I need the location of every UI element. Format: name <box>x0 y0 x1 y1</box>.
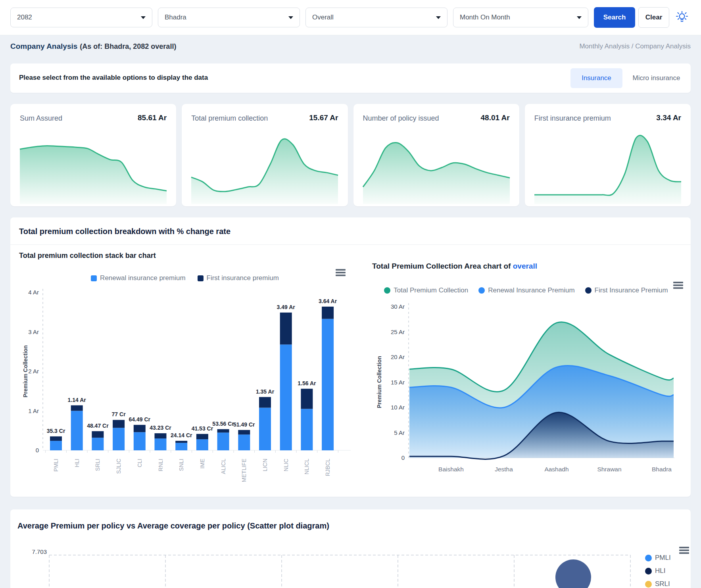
legend-label: HLI <box>655 567 665 575</box>
analysis-mode-dropdown[interactable]: Month On Month <box>453 8 588 27</box>
svg-text:1.56 Ar: 1.56 Ar <box>298 380 316 386</box>
sparkline-chart <box>18 129 168 204</box>
svg-text:30 Ar: 30 Ar <box>391 303 405 310</box>
legend-swatch <box>384 287 390 294</box>
svg-text:77 Cr: 77 Cr <box>112 411 126 417</box>
svg-text:20 Ar: 20 Ar <box>391 354 405 360</box>
svg-text:43.23 Cr: 43.23 Cr <box>150 425 171 431</box>
stacked-bar-chart: 4 Ar3 Ar2 Ar1 Ar035.3 CrPMLI1.14 ArHLI48… <box>10 281 359 497</box>
svg-text:1.35 Ar: 1.35 Ar <box>256 388 275 395</box>
svg-text:METLIFE: METLIFE <box>241 459 247 482</box>
kpi-value: 85.61 Ar <box>138 113 167 122</box>
svg-text:Jestha: Jestha <box>495 466 513 473</box>
sparkline-chart <box>533 129 683 204</box>
legend-item-srli[interactable]: SRLI <box>645 580 671 588</box>
legend-swatch <box>91 275 97 281</box>
svg-text:0: 0 <box>401 454 405 461</box>
clear-button[interactable]: Clear <box>638 7 669 28</box>
year-dropdown[interactable]: 2082 <box>10 8 152 27</box>
legend-item-first[interactable]: First Insurance Premium <box>585 286 668 294</box>
svg-text:15 Ar: 15 Ar <box>391 379 405 386</box>
legend-label: First Insurance Premium <box>595 286 668 294</box>
kpi-row: Sum Assured 85.61 Ar Total premium colle… <box>10 104 691 206</box>
bar-chart-menu-icon[interactable] <box>336 269 346 277</box>
legend-item-pmli[interactable]: PMLI <box>645 554 671 562</box>
search-button[interactable]: Search <box>594 7 635 28</box>
svg-text:Bhadra: Bhadra <box>652 466 672 473</box>
kpi-value: 48.01 Ar <box>481 113 510 122</box>
svg-text:Shrawan: Shrawan <box>597 466 621 473</box>
legend-swatch <box>198 275 204 281</box>
svg-text:NLIC: NLIC <box>283 459 289 471</box>
area-chart-legend: Total Premium Collection Renewal Insuran… <box>367 286 685 294</box>
area-chart-title-text: Total Premium Collection Area chart of <box>372 262 511 270</box>
legend-item-hli[interactable]: HLI <box>645 567 671 575</box>
kpi-label: Total premium collection <box>191 114 268 123</box>
year-dropdown-value: 2082 <box>17 13 32 21</box>
legend-swatch <box>478 287 485 294</box>
svg-text:1.14 Ar: 1.14 Ar <box>68 397 86 403</box>
kpi-card-policy-issued: Number of policy issued 48.01 Ar <box>353 104 519 206</box>
svg-text:3.64 Ar: 3.64 Ar <box>319 298 337 304</box>
svg-text:IME: IME <box>199 459 205 469</box>
svg-text:NLICL: NLICL <box>303 459 310 475</box>
premium-breakdown-card: Total premium collection breakdown with … <box>10 217 691 497</box>
legend-label: Renewal Insurance Premium <box>488 286 574 294</box>
svg-text:SJLIC: SJLIC <box>115 459 122 474</box>
kpi-card-sum-assured: Sum Assured 85.61 Ar <box>10 104 176 206</box>
page-title: Company Analysis <box>10 42 77 50</box>
divider <box>10 244 691 245</box>
options-card: Please select from the available options… <box>10 63 691 93</box>
svg-text:2 Ar: 2 Ar <box>28 368 39 375</box>
kpi-card-first-premium: First insurance premium 3.34 Ar <box>525 104 691 206</box>
tab-insurance[interactable]: Insurance <box>570 68 622 88</box>
legend-swatch <box>645 568 652 575</box>
svg-text:HLI: HLI <box>74 459 80 467</box>
svg-text:48.47 Cr: 48.47 Cr <box>87 423 109 429</box>
legend-label: SRLI <box>655 580 670 588</box>
chevron-down-icon <box>288 16 293 19</box>
svg-text:SNLI: SNLI <box>178 459 184 471</box>
kpi-label: First insurance premium <box>534 114 611 123</box>
svg-text:35.3 Cr: 35.3 Cr <box>47 428 65 434</box>
svg-text:64.49 Cr: 64.49 Cr <box>129 416 151 423</box>
chevron-down-icon <box>436 16 441 19</box>
month-dropdown[interactable]: Bhadra <box>158 8 300 27</box>
svg-text:3 Ar: 3 Ar <box>28 329 39 335</box>
sparkline-chart <box>190 129 340 204</box>
breadcrumb: Monthly Analysis / Company Analysis <box>579 42 691 50</box>
lightbulb-icon[interactable] <box>675 10 689 25</box>
legend-swatch <box>645 581 652 588</box>
page-subtitle: (As of: Bhadra, 2082 overall) <box>80 42 176 50</box>
legend-label: PMLI <box>655 554 671 562</box>
month-dropdown-value: Bhadra <box>165 13 186 21</box>
svg-text:RNLI: RNLI <box>157 459 164 471</box>
legend-swatch <box>585 287 592 294</box>
scope-dropdown[interactable]: Overall <box>305 8 447 27</box>
filter-bar: 2082 Bhadra Overall Month On Month Searc… <box>0 0 701 35</box>
kpi-label: Sum Assured <box>20 114 62 123</box>
legend-swatch <box>645 555 652 561</box>
svg-text:RJBCL: RJBCL <box>325 459 331 477</box>
bar-chart-title: Total premium collection stack bar chart <box>19 252 156 260</box>
chevron-down-icon <box>141 16 146 19</box>
area-chart-title: Total Premium Collection Area chart of o… <box>372 262 537 271</box>
svg-text:SRLI: SRLI <box>94 459 101 471</box>
legend-item-renewal[interactable]: Renewal Insurance Premium <box>478 286 574 294</box>
svg-text:CLI: CLI <box>136 459 143 467</box>
svg-text:4 Ar: 4 Ar <box>28 289 39 296</box>
svg-text:0: 0 <box>36 447 39 453</box>
options-message: Please select from the available options… <box>19 74 208 82</box>
section-title: Total premium collection breakdown with … <box>19 227 230 236</box>
scatter-plot <box>10 545 691 588</box>
svg-text:51.49 Cr: 51.49 Cr <box>233 421 255 428</box>
scatter-card: Average Premium per policy vs Average co… <box>10 509 691 588</box>
scatter-legend: PMLI HLI SRLI <box>645 554 671 588</box>
legend-item-total[interactable]: Total Premium Collection <box>384 286 468 294</box>
svg-text:53.56 Cr: 53.56 Cr <box>212 421 234 427</box>
svg-text:10 Ar: 10 Ar <box>391 404 405 411</box>
premium-area-chart: 30 Ar25 Ar20 Ar15 Ar10 Ar5 Ar0BaishakhJe… <box>375 297 691 483</box>
scope-dropdown-value: Overall <box>312 13 334 21</box>
area-chart-scope-link[interactable]: overall <box>513 262 537 270</box>
tab-micro-insurance[interactable]: Micro insurance <box>624 68 689 88</box>
